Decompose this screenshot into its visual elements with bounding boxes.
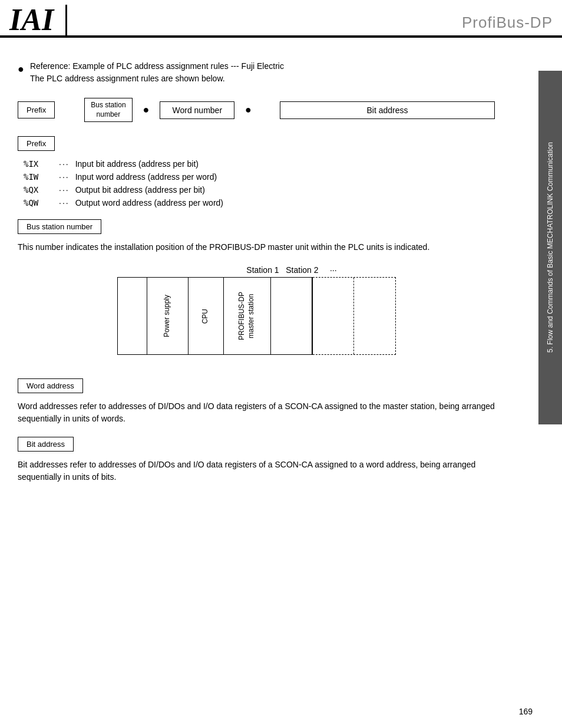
prefix-code-qw: %QW xyxy=(24,198,53,207)
power-supply-label: Power supply xyxy=(163,295,172,337)
station-cell-power: Power supply xyxy=(147,278,189,354)
bus-station-header: Bus station number xyxy=(18,219,101,234)
station-cell-profibus: PROFIBUS-DPmaster station xyxy=(224,278,271,354)
dots-qw: ··· xyxy=(59,198,70,207)
station-diagram: Power supply CPU PROFIBUS-DPmaster stati… xyxy=(18,277,495,355)
prefix-code-qx: %QX xyxy=(24,185,53,195)
reference-line2: The PLC address assignment rules are sho… xyxy=(30,73,284,85)
station-cell-cpu: CPU xyxy=(189,278,224,354)
reference-text: Reference: Example of PLC address assign… xyxy=(30,60,284,85)
station-cells-solid: Power supply CPU PROFIBUS-DPmaster stati… xyxy=(117,277,313,355)
bit-address-diagram-box: Bit address xyxy=(280,101,495,119)
prefix-desc-qx: Output bit address (address per bit) xyxy=(75,185,205,195)
bus-station-diagram-box: Bus stationnumber xyxy=(84,98,132,122)
prefix-code-ix: %IX xyxy=(24,159,53,169)
prefix-section-box: Prefix xyxy=(18,136,55,151)
prefix-item-qx: %QX ··· Output bit address (address per … xyxy=(24,185,495,195)
word-address-header: Word address xyxy=(18,378,83,393)
header-title: ProfiBus-DP xyxy=(67,14,553,35)
cpu-label: CPU xyxy=(201,309,210,324)
bullet-icon: ● xyxy=(18,61,24,77)
page-number: 169 xyxy=(519,707,533,716)
prefix-desc-iw: Input word address (address per word) xyxy=(75,172,217,182)
station-cell-empty xyxy=(118,278,147,354)
dots-qx: ··· xyxy=(59,185,70,195)
prefix-item-iw: %IW ··· Input word address (address per … xyxy=(24,172,495,182)
dots-ix: ··· xyxy=(59,159,70,169)
prefix-desc-qw: Output word address (address per word) xyxy=(75,198,223,207)
main-content: ● Reference: Example of PLC address assi… xyxy=(0,38,513,513)
station-cell-st1 xyxy=(271,278,312,354)
word-number-diagram-box: Word number xyxy=(160,101,234,119)
station-cell-st2 xyxy=(313,278,354,354)
word-address-description: Word addresses refer to addresses of DI/… xyxy=(18,400,495,425)
station-cell-more xyxy=(354,278,395,354)
profibus-label: PROFIBUS-DPmaster station xyxy=(237,292,256,340)
reference-line1: Reference: Example of PLC address assign… xyxy=(30,60,284,73)
prefix-code-iw: %IW xyxy=(24,172,53,182)
station-cells-dashed xyxy=(313,277,396,355)
bit-address-description: Bit addresses refer to addresses of DI/D… xyxy=(18,459,495,483)
bit-address-header: Bit address xyxy=(18,437,74,452)
dot1: ● xyxy=(143,104,150,116)
header: IAI ProfiBus-DP xyxy=(0,0,562,38)
logo: IAI xyxy=(9,5,67,35)
prefix-diagram-box: Prefix xyxy=(18,101,55,118)
prefix-item-qw: %QW ··· Output word address (address per… xyxy=(24,198,495,207)
bus-station-description: This number indicates the installation p… xyxy=(18,241,495,253)
address-diagram: Prefix Bus stationnumber ● Word number ●… xyxy=(18,98,495,122)
prefix-list: %IX ··· Input bit address (address per b… xyxy=(24,159,495,207)
dot2: ● xyxy=(245,104,252,116)
sidebar-text: 5. Flow and Commands of Basic MECHATROLI… xyxy=(546,136,556,358)
station-labels: Station 1 Station 2 ··· xyxy=(88,265,495,275)
reference-block: ● Reference: Example of PLC address assi… xyxy=(18,60,495,85)
dots-iw: ··· xyxy=(59,172,70,182)
sidebar: 5. Flow and Commands of Basic MECHATROLI… xyxy=(538,71,562,424)
prefix-item-ix: %IX ··· Input bit address (address per b… xyxy=(24,159,495,169)
prefix-desc-ix: Input bit address (address per bit) xyxy=(75,159,199,169)
